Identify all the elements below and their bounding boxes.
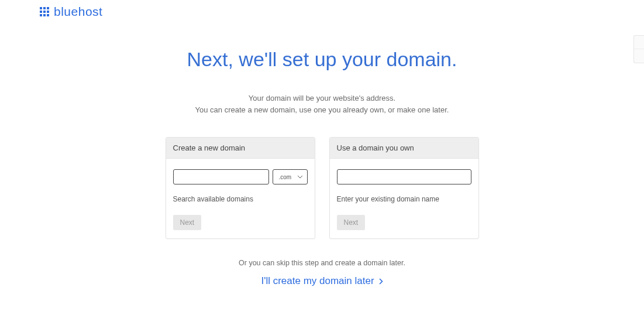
- own-domain-card: Use a domain you own Enter your existing…: [329, 137, 479, 239]
- create-domain-helper: Search available domains: [173, 195, 308, 203]
- side-widget-stub[interactable]: [633, 35, 644, 63]
- skip-link[interactable]: I'll create my domain later: [261, 275, 383, 287]
- create-domain-input[interactable]: [173, 169, 269, 184]
- own-domain-title: Use a domain you own: [330, 138, 478, 159]
- logo-text: bluehost: [54, 5, 102, 19]
- create-domain-next-button[interactable]: Next: [173, 215, 202, 230]
- tld-selected-value: .com: [279, 174, 292, 180]
- skip-lead-text: Or you can skip this step and create a d…: [0, 259, 644, 267]
- own-domain-helper: Enter your existing domain name: [337, 195, 471, 203]
- chevron-down-icon: [298, 175, 302, 179]
- create-domain-card: Create a new domain .com Search availabl…: [166, 137, 315, 239]
- create-domain-title: Create a new domain: [166, 138, 315, 159]
- tld-select[interactable]: .com: [273, 169, 308, 184]
- skip-link-label: I'll create my domain later: [261, 275, 374, 287]
- page-title: Next, we'll set up your domain.: [0, 48, 644, 71]
- page-subtitle: Your domain will be your website's addre…: [0, 93, 644, 116]
- subtitle-line-1: Your domain will be your website's addre…: [0, 93, 644, 104]
- chevron-right-icon: [379, 278, 383, 285]
- subtitle-line-2: You can create a new domain, use one you…: [0, 104, 644, 116]
- skip-section: Or you can skip this step and create a d…: [0, 259, 644, 287]
- own-domain-input[interactable]: [337, 169, 471, 184]
- logo[interactable]: bluehost: [40, 5, 102, 19]
- own-domain-next-button[interactable]: Next: [337, 215, 366, 230]
- logo-grid-icon: [40, 7, 49, 16]
- domain-cards: Create a new domain .com Search availabl…: [166, 137, 479, 239]
